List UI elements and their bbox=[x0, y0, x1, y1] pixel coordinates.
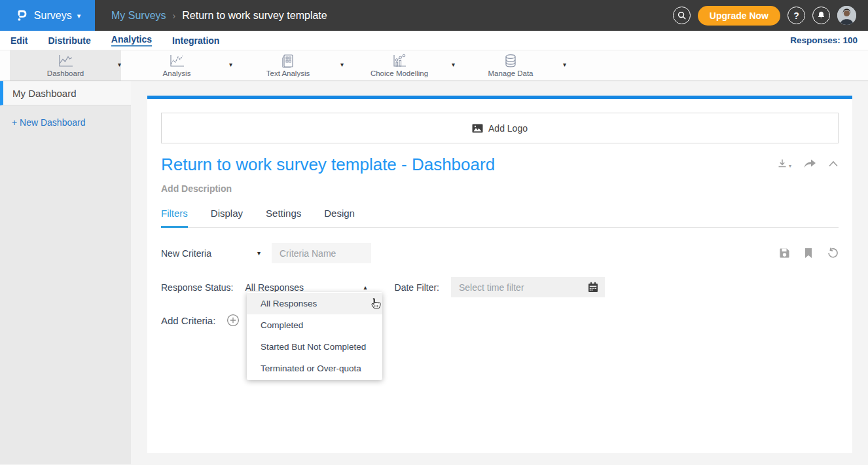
add-criteria-button[interactable] bbox=[226, 314, 240, 327]
question-mark-icon: ? bbox=[793, 10, 799, 21]
analytics-toolbar: Dashboard ▾ Analysis ▾ Text Analysis ▾ C… bbox=[0, 50, 868, 81]
breadcrumb: My Surveys › Return to work survey templ… bbox=[111, 10, 327, 22]
new-dashboard-link[interactable]: + New Dashboard bbox=[0, 105, 131, 140]
chevron-down-icon: ▾ bbox=[257, 250, 261, 257]
dashboard-content: Add Logo Return to work survey template … bbox=[131, 81, 868, 464]
toolbar-item-label: Choice Modelling bbox=[371, 69, 428, 77]
chevron-down-icon: ▾ bbox=[77, 12, 81, 20]
chevron-up-icon: ▴ bbox=[363, 284, 367, 291]
response-status-dropdown: All Responses Completed Started But Not … bbox=[247, 292, 382, 380]
add-description-placeholder[interactable]: Add Description bbox=[161, 183, 839, 194]
bookmark-button[interactable] bbox=[804, 248, 813, 259]
user-avatar[interactable] bbox=[837, 6, 856, 25]
surveys-app-switcher[interactable]: Surveys ▾ bbox=[0, 0, 95, 31]
tab-design[interactable]: Design bbox=[324, 208, 355, 227]
criteria-actions bbox=[779, 248, 839, 259]
dropdown-option-completed[interactable]: Completed bbox=[247, 314, 382, 336]
tab-display[interactable]: Display bbox=[211, 208, 243, 227]
add-logo-label: Add Logo bbox=[488, 123, 528, 134]
reset-button[interactable] bbox=[827, 248, 839, 259]
calendar-icon[interactable] bbox=[588, 282, 598, 295]
dropdown-option-all-responses[interactable]: All Responses bbox=[247, 293, 382, 314]
dropdown-option-terminated-overquota[interactable]: Terminated or Over-quota bbox=[247, 358, 382, 379]
criteria-type-select[interactable]: New Criteria ▾ bbox=[161, 248, 261, 259]
bookmark-icon bbox=[804, 248, 813, 259]
date-filter-label: Date Filter: bbox=[395, 282, 439, 293]
toolbar-item-label: Analysis bbox=[163, 69, 191, 77]
nav-item-edit[interactable]: Edit bbox=[10, 35, 27, 46]
text-analysis-icon bbox=[281, 54, 295, 68]
dashboard-chart-icon bbox=[57, 54, 74, 68]
search-icon bbox=[677, 10, 687, 20]
sidebar-item-label: My Dashboard bbox=[12, 88, 77, 99]
download-button[interactable]: ▾ bbox=[777, 158, 791, 169]
tab-settings[interactable]: Settings bbox=[266, 208, 301, 227]
nav-item-analytics[interactable]: Analytics bbox=[111, 34, 152, 46]
toolbar-item-text-analysis[interactable]: Text Analysis ▾ bbox=[232, 50, 344, 81]
responses-count-link[interactable]: Responses: 100 bbox=[790, 35, 858, 45]
dashboard-title[interactable]: Return to work survey template - Dashboa… bbox=[161, 155, 495, 175]
chevron-up-icon bbox=[828, 160, 839, 167]
share-arrow-icon bbox=[803, 158, 816, 169]
toolbar-item-label: Dashboard bbox=[47, 69, 84, 77]
body: My Dashboard + New Dashboard Add Logo Re… bbox=[0, 81, 868, 464]
toolbar-item-analysis[interactable]: Analysis ▾ bbox=[121, 50, 232, 81]
share-button[interactable] bbox=[803, 158, 816, 169]
analysis-chart-icon bbox=[168, 54, 185, 68]
breadcrumb-separator: › bbox=[173, 10, 176, 21]
sidebar-item-my-dashboard[interactable]: My Dashboard bbox=[0, 81, 131, 105]
download-icon bbox=[777, 158, 788, 169]
app-name: Surveys bbox=[34, 10, 72, 22]
nav-item-integration[interactable]: Integration bbox=[172, 35, 219, 46]
criteria-name-input[interactable] bbox=[272, 243, 371, 263]
database-icon bbox=[503, 54, 518, 68]
dashboard-settings-tabs: Filters Display Settings Design bbox=[161, 208, 839, 228]
toolbar-item-dashboard[interactable]: Dashboard ▾ bbox=[10, 50, 121, 81]
breadcrumb-my-surveys[interactable]: My Surveys bbox=[111, 10, 166, 22]
reset-icon bbox=[827, 248, 839, 259]
toolbar-item-manage-data[interactable]: Manage Data ▾ bbox=[455, 50, 566, 81]
response-status-label: Response Status: bbox=[161, 282, 234, 293]
save-button[interactable] bbox=[779, 248, 790, 259]
add-logo-button[interactable]: Add Logo bbox=[161, 113, 839, 143]
image-icon bbox=[472, 124, 483, 133]
top-header: Surveys ▾ My Surveys › Return to work su… bbox=[0, 0, 868, 31]
breadcrumb-current: Return to work survey template bbox=[182, 10, 327, 22]
tab-filters[interactable]: Filters bbox=[161, 208, 188, 228]
collapse-button[interactable] bbox=[828, 160, 839, 167]
notifications-button[interactable] bbox=[812, 7, 830, 24]
header-actions: Upgrade Now ? bbox=[673, 6, 868, 26]
dropdown-option-started-not-completed[interactable]: Started But Not Completed bbox=[247, 336, 382, 358]
toolbar-item-label: Manage Data bbox=[488, 69, 533, 77]
help-button[interactable]: ? bbox=[787, 7, 805, 24]
choice-modelling-icon bbox=[391, 54, 407, 68]
bell-icon bbox=[816, 10, 826, 20]
dashboard-sidebar: My Dashboard + New Dashboard bbox=[0, 81, 131, 464]
chevron-down-icon[interactable]: ▾ bbox=[563, 61, 566, 68]
response-status-value: All Responses bbox=[245, 282, 304, 293]
survey-nav: Edit Distribute Analytics Integration Re… bbox=[0, 31, 868, 50]
toolbar-item-choice-modelling[interactable]: Choice Modelling ▾ bbox=[344, 50, 455, 81]
upgrade-now-button[interactable]: Upgrade Now bbox=[698, 6, 780, 26]
response-status-select[interactable]: All Responses ▴ bbox=[245, 282, 367, 293]
title-actions: ▾ bbox=[777, 155, 839, 169]
nav-item-distribute[interactable]: Distribute bbox=[48, 35, 90, 46]
questionpro-logo-icon bbox=[14, 9, 29, 23]
chevron-down-icon: ▾ bbox=[789, 163, 791, 169]
toolbar-item-label: Text Analysis bbox=[266, 69, 310, 77]
search-button[interactable] bbox=[673, 7, 691, 24]
criteria-type-value: New Criteria bbox=[161, 248, 211, 259]
save-floppy-icon bbox=[779, 248, 790, 259]
add-criteria-label: Add Criteria: bbox=[161, 315, 215, 326]
dashboard-card: Add Logo Return to work survey template … bbox=[147, 96, 852, 453]
date-filter-input[interactable] bbox=[451, 277, 605, 297]
